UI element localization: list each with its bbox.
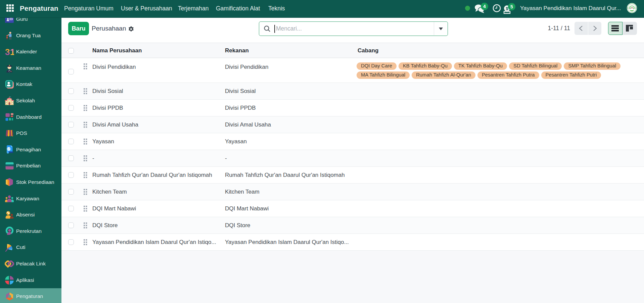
- svg-text:3: 3: [5, 47, 10, 56]
- svg-text:1: 1: [10, 47, 14, 56]
- svg-text:$: $: [7, 147, 10, 152]
